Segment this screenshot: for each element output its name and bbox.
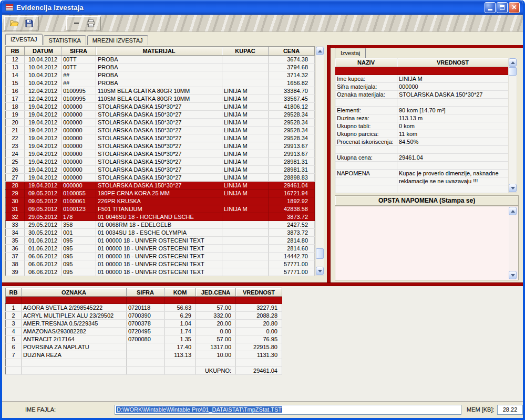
- print-button[interactable]: [86, 18, 96, 28]
- vertical-splitter[interactable]: [327, 45, 331, 282]
- cell-kupac: [222, 221, 269, 229]
- scroll-down-button[interactable]: [509, 184, 517, 192]
- bottom-table-row[interactable]: 2 ACRYL MULTIPLEX ALU 23/29502 0700390 6…: [6, 312, 282, 320]
- table-row[interactable]: 39 06.06.2012 095 01 00000 18 - UNIVER O…: [6, 268, 315, 276]
- minimize-icon: [488, 9, 492, 10]
- table-row[interactable]: 15 10.04.2012 ## PROBA 1656.82: [6, 79, 315, 87]
- cell-oznaka: POVRSINA ZA NAPLATU: [22, 343, 127, 351]
- bottom-table-row[interactable]: [6, 297, 282, 304]
- detail-row[interactable]: [335, 162, 509, 170]
- tab-mrezni-izvestaj[interactable]: MREZNI IZVESTAJ: [87, 35, 148, 45]
- horizontal-splitter[interactable]: [2, 282, 523, 286]
- open-file-button[interactable]: [9, 18, 19, 28]
- scroll-down-button[interactable]: [509, 271, 517, 279]
- cell-vrednost: 90 kom [14.70 m²]: [397, 107, 509, 114]
- bottom-table-header-row: RB OZNAKA SIFRA KOM JED.CENA VREDNOST: [6, 288, 282, 297]
- tab-izvestaj[interactable]: IZVESTAJ: [5, 34, 43, 45]
- bottom-table-row[interactable]: 6 POVRSINA ZA NAPLATU 17.40 1317.00 2291…: [6, 343, 282, 351]
- table-row[interactable]: 21 19.04.2012 000000 STOLARSKA DASKA 150…: [6, 127, 315, 134]
- table-row[interactable]: 16 12.04.2012 0100995 110SM BELA GLATKA …: [6, 87, 315, 95]
- minimize-button[interactable]: [485, 2, 496, 13]
- tab-statistika[interactable]: STATISTIKA: [44, 35, 86, 45]
- table-row[interactable]: 33 29.05.2012 358 01 0068RM 18 - EDELGEL…: [6, 221, 315, 229]
- detail-row[interactable]: Procenat iskoriscenja: 84.50%: [335, 138, 509, 146]
- table-row[interactable]: 17 12.04.2012 0100995 110SM BELA GLATKA …: [6, 95, 315, 103]
- cell-rb: 15: [6, 79, 25, 87]
- detail-row[interactable]: Duzina reza: 113.13 m: [335, 114, 509, 122]
- bottom-table-row[interactable]: UKUPNO: 29461.04: [6, 367, 282, 375]
- detail-row[interactable]: Ukupno parcica: 11 kom: [335, 130, 509, 138]
- detail-row[interactable]: [335, 146, 509, 154]
- detail-row[interactable]: reklamacije se ne uvazavaju !!!: [335, 177, 509, 185]
- scroll-up-button[interactable]: [316, 47, 324, 55]
- cell-materijal: 01 00000 18 - UNIVER OSTECENI TEXT: [96, 245, 222, 253]
- scroll-thumb[interactable]: [316, 248, 324, 259]
- save-button[interactable]: [24, 18, 34, 28]
- table-row[interactable]: 20 19.04.2012 000000 STOLARSKA DASKA 150…: [6, 119, 315, 127]
- scroll-up-button[interactable]: [509, 207, 517, 215]
- detail-row[interactable]: [335, 185, 509, 193]
- cell-materijal: STOLARSKA DASKA 150*30*27: [96, 103, 222, 111]
- bottom-table-row[interactable]: 7 DUZINA REZA 113.13 10.00 1131.30: [6, 351, 282, 359]
- table-row[interactable]: 32 29.05.2012 178 01 0046SU 18 - HOCHLAN…: [6, 213, 315, 221]
- table-row[interactable]: 29 09.05.2012 0100055 190PE CRNA KORA 25…: [6, 190, 315, 197]
- close-button[interactable]: ✕: [509, 2, 520, 13]
- cell-vrednost: LINIJA M: [397, 75, 509, 83]
- cell-sifra: [127, 367, 164, 375]
- table-row[interactable]: 12 10.04.2012 00TT PROBA 3674.38: [6, 56, 315, 64]
- detail-row[interactable]: Oznaka materijala: STOLARSKA DASKA 150*3…: [335, 91, 509, 99]
- table-row[interactable]: 37 06.06.2012 095 01 00000 18 - UNIVER O…: [6, 253, 315, 260]
- bottom-table-row[interactable]: 5 ANTRACIT 2/17164 0700080 1.35 57.00 76…: [6, 335, 282, 343]
- table-row[interactable]: 28 19.04.2012 000000 STOLARSKA DASKA 150…: [6, 182, 315, 190]
- table-row[interactable]: 27 19.04.2012 000000 STOLARSKA DASKA 150…: [6, 174, 315, 182]
- cell-cena: 3794.68: [269, 64, 315, 71]
- table-row[interactable]: 35 01.06.2012 095 01 00000 18 - UNIVER O…: [6, 237, 315, 245]
- bottom-table-row[interactable]: 3 AMER.TRESNJA 0.5/229345 0700378 1.04 2…: [6, 320, 282, 328]
- scroll-down-button[interactable]: [316, 267, 324, 275]
- table-row[interactable]: 30 09.05.2012 0100061 226PR KRUSKA 1892.…: [6, 197, 315, 205]
- table-row[interactable]: 31 09.05.2012 0100123 F501 TITANIJUM LIN…: [6, 205, 315, 213]
- maximize-button[interactable]: [497, 2, 508, 13]
- cell-rb: 18: [6, 103, 25, 111]
- detail-row[interactable]: Ukupna cena: 29461.04: [335, 154, 509, 162]
- scroll-thumb[interactable]: [509, 67, 517, 76]
- remove-button[interactable]: [71, 18, 81, 28]
- cell-naziv: Sifra materijala:: [335, 83, 397, 91]
- cell-sifra: [127, 359, 164, 367]
- cell-datum: 10.04.2012: [25, 71, 61, 79]
- detail-row[interactable]: Ukupno tabli: 0 kom: [335, 122, 509, 130]
- tab-detail-izvestaj[interactable]: Izvestaj: [335, 48, 366, 58]
- table-row[interactable]: 24 19.04.2012 000000 STOLARSKA DASKA 150…: [6, 150, 315, 158]
- bottom-table-row[interactable]: 1 AGORA SVETLA 2/298545222 0720118 56.63…: [6, 304, 282, 312]
- detail-row[interactable]: Sifra materijala: 000000: [335, 83, 509, 91]
- table-row[interactable]: 36 01.06.2012 095 01 00000 18 - UNIVER O…: [6, 245, 315, 253]
- cell-datum: 19.04.2012: [25, 182, 61, 190]
- cell-datum: 06.06.2012: [25, 268, 61, 276]
- cell-sifra: ##: [61, 71, 96, 79]
- table-row[interactable]: 18 19.04.2012 000000 STOLARSKA DASKA 150…: [6, 103, 315, 111]
- bottom-table-row[interactable]: [6, 359, 282, 367]
- cell-naziv: [335, 185, 397, 193]
- table-row[interactable]: 19 19.04.2012 000000 STOLARSKA DASKA 150…: [6, 111, 315, 119]
- opsta-napomena-textarea[interactable]: [335, 206, 519, 280]
- detail-row[interactable]: [335, 99, 509, 107]
- cell-vrednost: 76.95: [236, 335, 282, 343]
- detail-row[interactable]: [335, 67, 509, 75]
- file-name-input[interactable]: D:\WORK\Wintable\Wintable Pro\01_DATA\ST…: [115, 405, 461, 415]
- table-row[interactable]: 14 10.04.2012 ## PROBA 3714.32: [6, 71, 315, 79]
- detail-row[interactable]: NAPOMENA Kupac je proverio dimenzije, na…: [335, 170, 509, 177]
- table-row[interactable]: 25 19.04.2012 000000 STOLARSKA DASKA 150…: [6, 158, 315, 166]
- bottom-table-row[interactable]: 4 AMAZONAS/293082282 0720495 1.74 0.00 0…: [6, 328, 282, 335]
- detail-row[interactable]: Ime kupca: LINIJA M: [335, 75, 509, 83]
- titlebar[interactable]: Evidencija izvestaja ✕: [2, 0, 523, 15]
- table-row[interactable]: 22 19.04.2012 000000 STOLARSKA DASKA 150…: [6, 134, 315, 142]
- cell-vrednost: reklamacije se ne uvazavaju !!!: [397, 177, 509, 185]
- table-row[interactable]: 38 06.06.2012 095 01 00000 18 - UNIVER O…: [6, 260, 315, 268]
- tabstrip: IZVESTAJ STATISTIKA MREZNI IZVESTAJ: [2, 32, 523, 45]
- detail-row[interactable]: Elementi: 90 kom [14.70 m²]: [335, 107, 509, 114]
- scroll-up-button[interactable]: [509, 58, 517, 67]
- table-row[interactable]: 26 19.04.2012 000000 STOLARSKA DASKA 150…: [6, 166, 315, 174]
- table-row[interactable]: 23 19.04.2012 000000 STOLARSKA DASKA 150…: [6, 142, 315, 150]
- table-row[interactable]: 13 10.04.2012 00TT PROBA 3794.68: [6, 64, 315, 71]
- table-row[interactable]: 34 30.05.2012 001 01 0034SU 18 - ESCHE O…: [6, 229, 315, 237]
